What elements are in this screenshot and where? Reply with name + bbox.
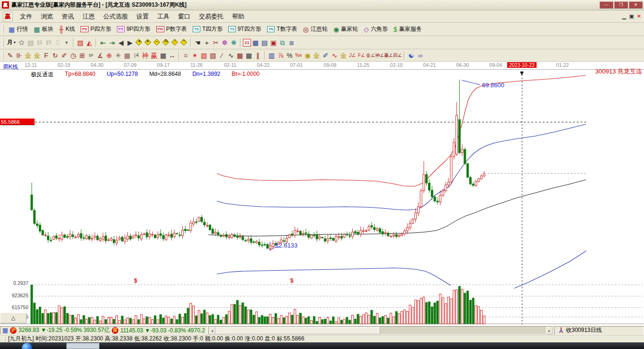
kline-style-icon[interactable]: ▧ (76, 38, 85, 47)
scroll-right-button[interactable]: ▸ (546, 327, 553, 334)
grid-ruler-icon[interactable]: ⊞ (78, 51, 87, 60)
notebook-icon[interactable]: ▤ (260, 38, 269, 47)
brain-icon[interactable]: ❋ (229, 38, 238, 47)
flag-pencil-icon[interactable]: ✐ (321, 51, 330, 60)
grid-123-icon[interactable]: ▦ (159, 51, 168, 60)
nine-p-square-button[interactable]: P99P四方形 (114, 24, 153, 34)
stat-bars-icon[interactable]: ▥ (267, 51, 276, 60)
gold-divider-icon[interactable]: 金 (24, 51, 33, 60)
minimize-button[interactable]: — (599, 1, 613, 9)
calendar-icon[interactable]: 21 (243, 39, 251, 46)
mdi-minimize-button[interactable]: ▁ (622, 13, 626, 19)
gold-divider2-icon[interactable]: 金 (33, 51, 42, 60)
wave-channel-icon[interactable]: ∿ (330, 51, 339, 60)
first-bar-icon[interactable]: ⇤ (98, 38, 107, 47)
width-measure-icon[interactable]: ↔ (168, 51, 177, 60)
quotes-button[interactable]: ▦行情 (6, 24, 31, 34)
taskbar-app-button[interactable] (66, 343, 99, 349)
period-dropdown[interactable]: 月▾ (6, 38, 17, 47)
scrollbar-thumb[interactable] (215, 327, 380, 334)
v-expand-diamond-icon[interactable]: ↕ (170, 38, 179, 47)
v-compress-diamond-icon[interactable]: + (179, 38, 188, 47)
last-bar-icon[interactable]: ⇥ (107, 38, 116, 47)
start-button[interactable] (22, 343, 32, 349)
winner-wheel-button[interactable]: ◉赢家轮 (331, 24, 361, 34)
expand-button[interactable]: △ (0, 312, 27, 323)
measure-icon[interactable]: ✂ (211, 38, 220, 47)
shen-ruler-icon[interactable]: 神 (141, 51, 150, 60)
angle-f-icon[interactable]: F∠ (357, 51, 366, 60)
h-expand-diamond-icon[interactable]: ↔ (152, 38, 161, 47)
gann-tool-icon[interactable]: ☸ (220, 38, 229, 47)
interval-icon[interactable]: ∣4 (132, 51, 141, 60)
menu-item-3[interactable]: 江恩 (78, 11, 99, 22)
h-compress-diamond-icon[interactable]: ⇆ (161, 38, 170, 47)
network-icon[interactable]: ⧉ (278, 38, 287, 47)
menu-item-7[interactable]: 窗口 (174, 11, 195, 22)
gold-circle-icon[interactable]: ◉ (303, 51, 312, 60)
shenzhen-badge-icon[interactable]: 深 (112, 327, 118, 334)
ying-ruler-icon[interactable]: 赢 (150, 51, 159, 60)
price-chart-canvas[interactable] (0, 62, 644, 325)
pencil-icon[interactable]: ✎ (6, 51, 15, 60)
infinity-icon[interactable]: ∞ (416, 51, 425, 60)
menu-item-4[interactable]: 公式选股 (99, 11, 132, 22)
menu-item-6[interactable]: 工具 (153, 11, 174, 22)
menu-item-8[interactable]: 交易委托 (195, 11, 228, 22)
gann-grid-icon[interactable]: ▦ (235, 51, 244, 60)
remote-desktop-icon[interactable]: ⧈ (287, 38, 296, 47)
gann-wheel-button[interactable]: ◎江恩轮 (300, 24, 331, 34)
sectors-button[interactable]: ▩板块 (31, 24, 56, 34)
nine-t-square-button[interactable]: T99T四方形 (225, 24, 264, 34)
angle-ying-icon[interactable]: 赢∠ (384, 51, 393, 60)
pencil2-icon[interactable]: ✐ (60, 51, 69, 60)
drag-hand-icon[interactable]: ☚ (193, 38, 202, 47)
zigzag-icon[interactable]: ∿ (226, 51, 235, 60)
time-circle-icon[interactable]: ◷ (69, 51, 78, 60)
gold-line-icon[interactable]: 金 (312, 51, 321, 60)
chart-horizontal-scrollbar[interactable]: ◂ ▸ (208, 326, 553, 335)
prev-bar-icon[interactable]: ◀ (116, 38, 125, 47)
spiral-icon[interactable]: ↻ (51, 51, 60, 60)
hexagon-button[interactable]: ◇六角形 (361, 24, 391, 34)
angle-gold-icon[interactable]: 金∠ (366, 51, 375, 60)
linked-chart-label[interactable]: 收300913日线 (566, 326, 602, 334)
mdi-restore-button[interactable]: ▣ (629, 13, 634, 19)
star-wheel-icon[interactable]: ✳ (114, 51, 123, 60)
percent7-icon[interactable]: ⅞ (276, 51, 285, 60)
circle-cross-icon[interactable]: ⊕ (105, 51, 114, 60)
crosshair-icon[interactable]: ＋ (202, 38, 211, 47)
p-square-button[interactable]: PSP四方形 (78, 24, 114, 34)
percent-icon[interactable]: % (285, 51, 294, 60)
taiji-icon[interactable]: ☯ (407, 51, 416, 60)
p-number-button[interactable]: PNP数字表 (153, 24, 190, 34)
winner-service-button[interactable]: $赢家服务 (391, 24, 425, 34)
ruler-icon[interactable]: ⊪ (15, 51, 24, 60)
shanghai-badge-icon[interactable]: 沪 (10, 327, 17, 334)
menu-item-5[interactable]: 设置 (132, 11, 153, 22)
menu-item-1[interactable]: 浏览 (36, 11, 57, 22)
parallel-lines-icon[interactable]: ∥ (253, 51, 262, 60)
fan-box2-icon[interactable]: ▧ (208, 51, 217, 60)
t-square-button[interactable]: TST四方形 (190, 24, 226, 34)
trend-line-icon[interactable]: ∕ (217, 51, 226, 60)
t-number-button[interactable]: TNT数字表 (264, 24, 300, 34)
candle-style-dropdown-icon[interactable]: ▾ (62, 38, 71, 47)
close-button[interactable]: ✕ (629, 1, 643, 9)
f-divider-icon[interactable]: F (42, 51, 51, 60)
square-number-icon[interactable]: n² (87, 51, 96, 60)
calculator-icon[interactable]: ▦ (251, 38, 260, 47)
shift-left-diamond-icon[interactable]: ◂ (134, 38, 143, 47)
angle-ruler-icon[interactable]: ∡ (96, 51, 105, 60)
menu-item-9[interactable]: 帮助 (228, 11, 249, 22)
save-icon[interactable]: ▣ (269, 38, 278, 47)
kline-button[interactable]: ╫K线 (56, 24, 78, 34)
square-target-icon[interactable]: ▦ (123, 51, 132, 60)
angle-shen-icon[interactable]: 神∠ (375, 51, 384, 60)
angle-j-icon[interactable]: J∠ (348, 51, 357, 60)
next-bar-icon[interactable]: ▶ (125, 38, 134, 47)
frame-grid-icon[interactable]: ⌗ (181, 51, 190, 60)
shift-right-diamond-icon[interactable]: ▸ (143, 38, 152, 47)
angle-si-icon[interactable]: 四∠ (393, 51, 402, 60)
colored-volume-icon[interactable]: ◭ (85, 38, 94, 47)
